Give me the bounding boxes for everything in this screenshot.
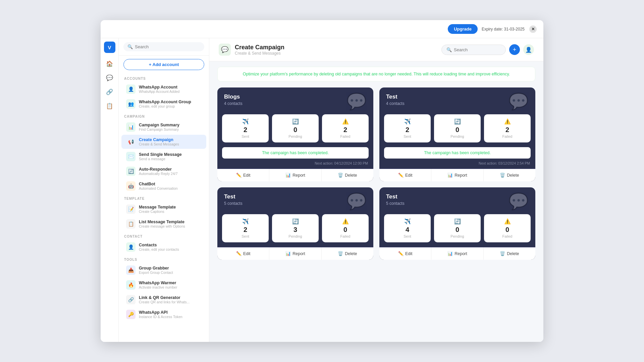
campaign-actions-2: ✏️ Edit 📊 Report 🗑️ Delete xyxy=(217,247,373,260)
delete-button-3[interactable]: 🗑️ Delete xyxy=(484,247,535,260)
whatsapp-group-sub: Create, edit your group xyxy=(139,104,202,108)
report-button-1[interactable]: 📊 Report xyxy=(431,169,483,181)
campaign-stats-3: ✈️ 4 Sent 🔄 0 Pending ⚠️ 0 Failed xyxy=(384,214,531,242)
sidebar-item-group-grabber[interactable]: 📥 Group Grabber Export Group Contact xyxy=(121,263,206,277)
group-grabber-icon: 📥 xyxy=(126,265,136,275)
campaign-actions-3: ✏️ Edit 📊 Report 🗑️ Delete xyxy=(379,247,535,260)
header-search-container: 🔍 xyxy=(441,45,506,55)
edit-button-0[interactable]: ✏️ Edit xyxy=(217,169,269,181)
campaign-contacts-0: 4 contacts xyxy=(224,101,243,106)
campaign-chat-icon-1: 💬 xyxy=(508,94,529,110)
sent-number-2: 2 xyxy=(225,226,265,234)
sidebar-item-contacts[interactable]: 👤 Contacts Create, edit your contacts xyxy=(121,240,206,254)
delete-button-2[interactable]: 🗑️ Delete xyxy=(322,247,373,260)
sidebar-item-message-template[interactable]: 📝 Message Template Create Captions xyxy=(121,202,206,216)
sent-number-1: 2 xyxy=(387,126,427,134)
failed-icon-0: ⚠️ xyxy=(325,118,365,125)
sidebar-item-whatsapp-group[interactable]: 👥 WhatsApp Account Group Create, edit yo… xyxy=(121,97,206,111)
header-user-button[interactable]: 👤 xyxy=(523,44,534,55)
failed-icon-2: ⚠️ xyxy=(325,218,365,225)
sidebar-item-campaign-summary[interactable]: 📊 Campaign Summary Find Campaign Summary xyxy=(121,120,206,134)
sidebar-item-link-qr[interactable]: 🔗 Link & QR Generator Create QR and link… xyxy=(121,293,206,307)
pending-icon-1: 🔄 xyxy=(437,118,477,125)
campaign-stats-0: ✈️ 2 Sent 🔄 0 Pending ⚠️ 2 Failed xyxy=(222,114,369,142)
failed-label-2: Failed xyxy=(325,234,365,238)
app-window: Upgrade Expiry date: 31-03-2025 ✕ V 🏠 💬 … xyxy=(101,20,543,342)
campaign-next-action-0: Next action: 04/12/2024 12:00 PM xyxy=(217,161,373,169)
info-banner: Optimize your platform's performance by … xyxy=(217,67,535,81)
nav-icon-docs[interactable]: 📋 xyxy=(104,100,116,112)
sent-label-2: Sent xyxy=(225,234,265,238)
report-button-3[interactable]: 📊 Report xyxy=(431,247,483,260)
pending-icon-3: 🔄 xyxy=(437,218,477,225)
campaign-actions-0: ✏️ Edit 📊 Report 🗑️ Delete xyxy=(217,169,373,181)
nav-icon-home[interactable]: 🏠 xyxy=(104,58,116,70)
stat-pending-0: 🔄 0 Pending xyxy=(272,114,319,142)
sidebar-item-auto-responder[interactable]: 🔄 Auto-Responder Automatically Reply 24/… xyxy=(121,164,206,178)
sidebar-item-create-campaign[interactable]: 📢 Create Campaign Create & Send Messages xyxy=(121,135,206,149)
pending-number-2: 3 xyxy=(275,226,315,234)
stat-pending-3: 🔄 0 Pending xyxy=(434,214,481,242)
edit-icon-2: ✏️ xyxy=(236,251,241,256)
close-button[interactable]: ✕ xyxy=(529,25,537,33)
sidebar-item-whatsapp-api[interactable]: 🔑 WhatsApp API Instance ID & Access Toke… xyxy=(121,307,206,321)
sidebar-item-send-single[interactable]: ✉️ Send Single Message Send a message xyxy=(121,149,206,164)
campaign-card-header-3: Test 5 contacts 💬 xyxy=(379,187,535,214)
delete-button-0[interactable]: 🗑️ Delete xyxy=(322,169,373,181)
nav-icon-whatsapp[interactable]: 💬 xyxy=(104,72,116,84)
edit-button-1[interactable]: ✏️ Edit xyxy=(379,169,431,181)
failed-label-0: Failed xyxy=(325,134,365,138)
pending-number-3: 0 xyxy=(437,226,477,234)
sent-label-3: Sent xyxy=(387,234,427,238)
sidebar-search-input[interactable] xyxy=(135,44,200,49)
campaign-title-1: Test xyxy=(386,94,405,100)
sidebar-item-chatbot[interactable]: 🤖 ChatBot Automated Conversation xyxy=(121,179,206,193)
message-template-icon: 📝 xyxy=(126,204,136,214)
auto-responder-icon: 🔄 xyxy=(126,167,136,176)
pending-label-3: Pending xyxy=(437,234,477,238)
delete-button-1[interactable]: 🗑️ Delete xyxy=(484,169,535,181)
campaign-next-action-1: Next action: 03/12/2024 2:54 PM xyxy=(379,161,535,169)
section-template-label: TEMPLATE xyxy=(119,193,209,202)
campaign-contacts-1: 4 contacts xyxy=(386,101,405,106)
add-account-button[interactable]: + Add account xyxy=(123,59,204,70)
report-button-2[interactable]: 📊 Report xyxy=(269,247,321,260)
sidebar-item-whatsapp-account[interactable]: 👤 WhatsApp Account WhatsApp Account Adde… xyxy=(121,82,206,96)
campaign-chat-icon-0: 💬 xyxy=(346,94,367,110)
list-template-icon: 📋 xyxy=(126,219,136,229)
sent-icon-1: ✈️ xyxy=(387,118,427,125)
campaign-title-0: Blogs xyxy=(224,94,243,100)
campaign-status-1: The campaign has been completed. xyxy=(384,147,531,159)
header-search-input[interactable] xyxy=(454,47,501,52)
stat-sent-3: ✈️ 4 Sent xyxy=(384,214,431,242)
link-qr-icon: 🔗 xyxy=(126,295,136,304)
edit-icon-0: ✏️ xyxy=(236,173,241,178)
campaign-contacts-2: 5 contacts xyxy=(224,201,243,206)
report-icon-0: 📊 xyxy=(285,173,291,178)
upgrade-button[interactable]: Upgrade xyxy=(448,24,478,34)
edit-button-2[interactable]: ✏️ Edit xyxy=(217,247,269,260)
sent-icon-2: ✈️ xyxy=(225,218,265,225)
edit-button-3[interactable]: ✏️ Edit xyxy=(379,247,431,260)
sent-label-1: Sent xyxy=(387,134,427,138)
report-button-0[interactable]: 📊 Report xyxy=(269,169,321,181)
pending-label-0: Pending xyxy=(275,134,315,138)
sidebar-item-list-template[interactable]: 📋 List Message Template Create message w… xyxy=(121,217,206,231)
sent-number-3: 4 xyxy=(387,226,427,234)
failed-icon-3: ⚠️ xyxy=(487,218,527,225)
header-add-button[interactable]: + xyxy=(509,44,520,55)
sidebar-item-whatsapp-warmer[interactable]: 🔥 WhatsApp Warmer Activate inactive numb… xyxy=(121,278,206,292)
nav-icon-share[interactable]: 🔗 xyxy=(104,86,116,98)
campaign-grid: Blogs 4 contacts 💬 ✈️ 2 Sent 🔄 0 Pending… xyxy=(209,81,543,268)
campaign-title-3: Test xyxy=(386,193,405,200)
section-contact-label: CONTACT xyxy=(119,231,209,240)
edit-icon-3: ✏️ xyxy=(398,251,404,256)
header-search-icon: 🔍 xyxy=(446,47,452,52)
delete-icon-2: 🗑️ xyxy=(338,251,343,256)
delete-icon-1: 🗑️ xyxy=(500,173,505,178)
sent-label-0: Sent xyxy=(225,134,265,138)
sidebar-search-container: 🔍 xyxy=(119,38,209,56)
failed-icon-1: ⚠️ xyxy=(487,118,527,125)
pending-label-1: Pending xyxy=(437,134,477,138)
failed-number-0: 2 xyxy=(325,126,365,134)
